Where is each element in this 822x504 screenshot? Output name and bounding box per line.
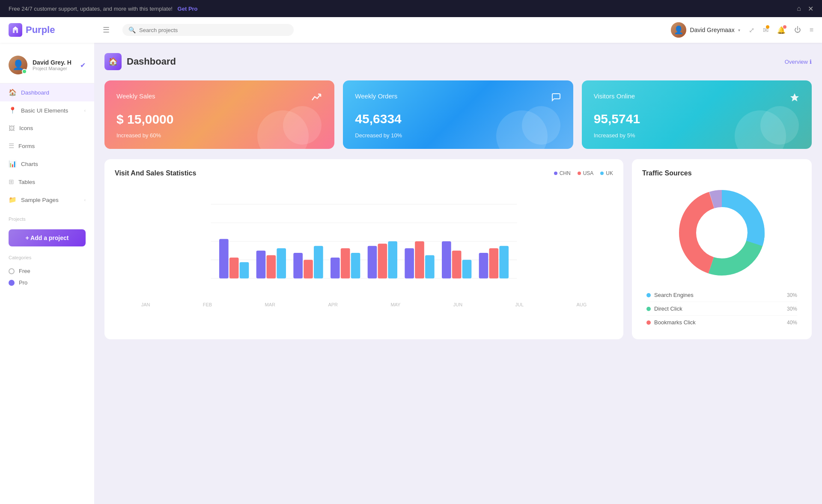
sidebar-item-sample-pages[interactable]: 📁 Sample Pages ‹	[0, 191, 94, 209]
page-title-icon: 🏠	[104, 53, 122, 70]
expand-icon: ⤢	[749, 27, 754, 34]
nav-label-tables: Tables	[18, 179, 35, 185]
legend-dot-usa	[578, 172, 581, 175]
expand-button[interactable]: ⤢	[749, 26, 754, 34]
month-aug: AUG	[576, 302, 587, 307]
dropdown-arrow-icon: ▾	[738, 28, 740, 33]
nav-label-charts: Charts	[21, 161, 38, 167]
stat-icon-1	[551, 92, 561, 105]
menu-button[interactable]: ≡	[810, 26, 813, 34]
legend-dot-uk	[600, 172, 604, 175]
bar-chart-svg-wrap: JAN FEB MAR APR MAY JUN JUL AUG	[115, 186, 613, 307]
pct-direct: 30%	[787, 306, 797, 312]
info-icon: ℹ	[810, 59, 812, 65]
svg-rect-31	[499, 246, 509, 279]
banner-text: Free 24/7 customer support, updates, and…	[9, 6, 198, 12]
category-pro-label: Pro	[19, 279, 27, 286]
nav-label-ui: Basic UI Elements	[21, 107, 68, 114]
free-dot	[9, 268, 15, 274]
month-mar: MAR	[265, 302, 275, 307]
user-profile[interactable]: 👤 David Greymaax ▾	[671, 22, 740, 38]
charts-row: Visit And Sales Statistics CHN USA UK	[104, 159, 812, 339]
stat-icon-2	[789, 92, 800, 105]
get-pro-link[interactable]: Get Pro	[178, 6, 198, 12]
svg-marker-2	[790, 93, 799, 101]
overview-link[interactable]: Overview ℹ	[785, 59, 812, 65]
svg-rect-12	[267, 255, 276, 279]
user-avatar: 👤	[671, 22, 686, 38]
svg-rect-29	[479, 253, 488, 279]
month-jan: JAN	[141, 302, 150, 307]
sidebar-item-forms[interactable]: ☰ Forms	[0, 137, 94, 155]
bar-chart-svg	[115, 186, 613, 297]
logo-icon	[9, 23, 22, 37]
svg-rect-17	[331, 258, 340, 279]
notification-badge	[783, 25, 786, 29]
nav-label-icons: Icons	[19, 125, 33, 131]
mail-button[interactable]: ✉	[763, 26, 768, 34]
sidebar-avatar: 👤	[9, 56, 27, 74]
month-feb: FEB	[203, 302, 212, 307]
sidebar-item-ui-elements[interactable]: 📍 Basic UI Elements ‹	[0, 101, 94, 119]
svg-rect-8	[219, 239, 229, 279]
svg-rect-20	[368, 246, 377, 279]
svg-rect-15	[304, 260, 313, 278]
sidebar: 👤 David Grey. H Project Manager ✔ 🏠 Dash…	[0, 43, 94, 504]
dot-bookmarks	[646, 320, 651, 325]
charts-icon: 📊	[9, 160, 17, 168]
notification-button[interactable]: 🔔	[777, 26, 786, 34]
layout: 👤 David Grey. H Project Manager ✔ 🏠 Dash…	[0, 43, 822, 504]
sidebar-item-charts[interactable]: 📊 Charts	[0, 155, 94, 173]
header-center: ☰ 🔍	[103, 24, 671, 36]
dot-direct	[646, 307, 651, 311]
svg-rect-16	[314, 246, 323, 279]
svg-rect-9	[229, 258, 239, 279]
legend-chn: CHN	[554, 170, 571, 176]
legend-dot-chn	[554, 172, 557, 175]
stat-change-0: Increased by 60%	[116, 132, 322, 139]
category-free[interactable]: Free	[9, 265, 86, 277]
stat-card-visitors: Visitors Online 95,5741 Increased by 5%	[582, 80, 812, 149]
mail-badge	[766, 25, 769, 29]
svg-rect-26	[442, 241, 451, 279]
svg-rect-23	[405, 248, 414, 278]
donut-svg	[675, 186, 769, 280]
sidebar-user: 👤 David Grey. H Project Manager ✔	[0, 51, 94, 83]
svg-rect-25	[425, 255, 435, 279]
donut-chart-header: Traffic Sources	[642, 169, 801, 177]
sidebar-item-tables[interactable]: ⊞ Tables	[0, 173, 94, 191]
power-button[interactable]: ⏻	[794, 26, 801, 34]
hamburger-button[interactable]: ☰	[103, 25, 110, 35]
list-icon: ≡	[810, 26, 813, 33]
month-jun: JUN	[453, 302, 462, 307]
forms-icon: ☰	[9, 142, 14, 150]
add-project-button[interactable]: + Add a project	[9, 229, 86, 246]
svg-rect-19	[351, 253, 360, 279]
sidebar-item-icons[interactable]: 🖼 Icons	[0, 119, 94, 137]
svg-point-37	[697, 208, 747, 258]
stat-label-2: Visitors Online	[594, 92, 635, 100]
avatar-inner: 👤	[671, 22, 686, 38]
sidebar-item-dashboard[interactable]: 🏠 Dashboard	[0, 83, 94, 101]
pro-dot	[9, 280, 15, 286]
logo-text: Purple	[26, 24, 55, 36]
close-icon[interactable]: ✕	[808, 5, 813, 13]
svg-rect-27	[452, 251, 462, 279]
nav-label-dashboard: Dashboard	[21, 89, 49, 96]
svg-rect-11	[256, 251, 266, 279]
home-icon[interactable]: ⌂	[797, 5, 801, 12]
search-input[interactable]	[139, 27, 288, 33]
category-pro[interactable]: Pro	[9, 277, 86, 288]
tables-icon: ⊞	[9, 178, 14, 186]
month-jul: JUL	[515, 302, 524, 307]
logo: Purple	[9, 23, 103, 37]
nav-label-forms: Forms	[18, 143, 35, 149]
traffic-legend: Search Engines 30% Direct Click 30%	[642, 288, 801, 329]
sidebar-nav: 🏠 Dashboard 📍 Basic UI Elements ‹ 🖼 Icon…	[0, 83, 94, 209]
ui-elements-icon: 📍	[9, 107, 17, 114]
online-badge	[22, 69, 27, 74]
stat-change-2: Increased by 5%	[594, 132, 800, 139]
stat-icon-0	[311, 92, 322, 106]
svg-rect-24	[415, 241, 424, 279]
svg-rect-14	[293, 253, 303, 279]
